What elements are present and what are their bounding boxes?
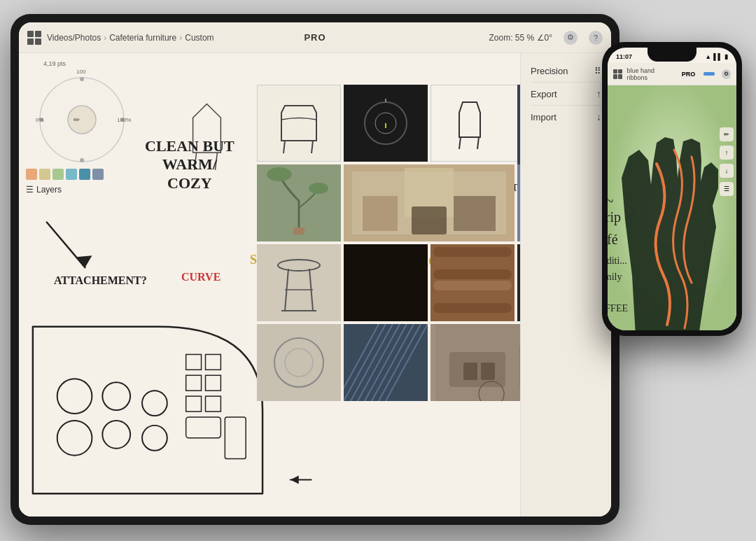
tablet-screen: Videos/Photos › Cafeteria furniture › Cu… [19, 22, 611, 517]
pro-badge: PRO [304, 32, 326, 43]
precision-label: Precision [531, 66, 568, 76]
text-clean-warm: CLEAN BUTWARM/COZY [145, 137, 234, 192]
precision-button[interactable]: Precision ⠿ [531, 60, 601, 83]
cafe-list-2: · family [608, 269, 628, 285]
tablet-device: Videos/Photos › Cafeteria furniture › Cu… [10, 14, 620, 525]
svg-marker-11 [76, 255, 92, 267]
breadcrumb-item-2[interactable]: Cafeteria furniture [109, 33, 176, 43]
phone-breadcrumb[interactable]: blue hand ribbons [626, 67, 674, 81]
cafe-list-3: · COFFEE [608, 285, 628, 316]
layers-icon: ☰ [26, 185, 34, 195]
breadcrumb-sep-2: › [179, 33, 182, 43]
help-icon[interactable]: ? [589, 31, 603, 45]
import-label: Import [531, 112, 556, 122]
mood-img-chairs-2 [430, 85, 520, 162]
signal-icon: ▌▌ [713, 53, 722, 60]
precision-icon: ⠿ [594, 66, 601, 76]
right-panel: Precision ⠿ Export ↑ Import ↓ [520, 53, 611, 517]
color-swatch-1[interactable] [26, 169, 37, 180]
svg-rect-55 [454, 196, 496, 231]
canvas-area[interactable]: 4,19 pts ✏ 100 0% 100% [19, 53, 520, 517]
phone-tool-3[interactable]: ↓ [720, 164, 734, 178]
breadcrumb-item-1[interactable]: Videos/Photos [47, 33, 101, 43]
svg-point-19 [142, 426, 167, 451]
svg-point-17 [102, 421, 130, 449]
phone-grid-icon[interactable] [613, 69, 622, 79]
phone-tool-1[interactable]: ✏ [720, 127, 734, 141]
mood-img-cafe [344, 164, 514, 241]
mood-img-chair-1 [257, 85, 341, 162]
tablet-top-bar: Videos/Photos › Cafeteria furniture › Cu… [19, 22, 611, 53]
mood-img-lines [344, 324, 428, 401]
svg-line-76 [344, 324, 379, 401]
phone-status-icons: ▲ ▌▌ ▮ [705, 53, 728, 60]
color-swatch-4[interactable] [66, 169, 77, 180]
svg-rect-51 [293, 227, 304, 234]
color-swatch-5[interactable] [79, 169, 90, 180]
scene: Videos/Photos › Cafeteria furniture › Cu… [0, 0, 756, 541]
color-swatch-2[interactable] [39, 169, 50, 180]
svg-line-36 [459, 137, 461, 149]
svg-rect-25 [206, 396, 221, 412]
color-swatch-3[interactable] [52, 169, 64, 180]
breadcrumb-item-3[interactable]: Custom [185, 33, 214, 43]
text-curve: CURVE [181, 270, 220, 283]
svg-rect-21 [206, 354, 221, 370]
phone-time: 11:07 [616, 53, 632, 60]
cafe-title: Café [608, 228, 628, 251]
grid-icon[interactable] [27, 31, 41, 45]
svg-marker-13 [290, 475, 299, 484]
svg-point-15 [57, 421, 92, 456]
svg-point-57 [278, 260, 320, 271]
svg-point-18 [142, 391, 167, 416]
svg-point-2 [80, 77, 84, 81]
svg-rect-56 [412, 206, 447, 234]
svg-rect-81 [481, 363, 495, 380]
svg-point-49 [267, 167, 292, 181]
color-palette [26, 169, 104, 180]
export-label: Export [531, 89, 557, 99]
layers-button[interactable]: ☰ Layers [26, 185, 62, 195]
svg-line-10 [47, 223, 85, 268]
zoom-label: Zoom: 55 % ∠0° [489, 33, 553, 43]
svg-line-30 [284, 141, 285, 153]
svg-rect-24 [186, 396, 202, 412]
phone-progress-bar [704, 72, 714, 76]
mood-img-lamp [344, 85, 428, 162]
svg-text:✏: ✏ [74, 115, 80, 124]
layers-label: Layers [36, 185, 62, 195]
phone-tool-4[interactable]: ☰ [720, 182, 734, 196]
color-swatch-6[interactable] [92, 169, 104, 180]
svg-point-68 [285, 349, 313, 377]
svg-rect-20 [186, 354, 202, 370]
import-button[interactable]: Import ↓ [531, 106, 601, 128]
svg-rect-26 [186, 417, 221, 438]
svg-rect-80 [463, 363, 477, 380]
mood-img-plant [257, 164, 341, 241]
svg-point-14 [57, 379, 92, 414]
gear-icon[interactable]: ⚙ [564, 31, 578, 45]
wifi-icon: ▲ [705, 53, 711, 60]
breadcrumb: Videos/Photos › Cafeteria furniture › Cu… [47, 33, 214, 43]
svg-rect-54 [363, 196, 398, 231]
top-bar-left: Videos/Photos › Cafeteria furniture › Cu… [27, 31, 304, 45]
svg-point-16 [102, 382, 130, 410]
svg-text:0%: 0% [36, 117, 44, 123]
import-icon: ↓ [596, 111, 601, 122]
svg-point-50 [309, 183, 328, 194]
mood-img-bottom-1 [257, 324, 341, 401]
phone-device: 11:07 ▲ ▌▌ ▮ blue hand ribbons PRO [602, 42, 742, 336]
export-button[interactable]: Export ↑ [531, 83, 601, 106]
moodboard [257, 85, 520, 477]
grip-text: ~~ grip [608, 193, 621, 225]
svg-text:100: 100 [76, 69, 86, 75]
svg-rect-23 [206, 375, 221, 391]
phone-gear-icon[interactable]: ⚙ [722, 69, 731, 79]
top-bar-right: Zoom: 55 % ∠0° ⚙ ? [326, 31, 603, 45]
tool-wheel[interactable]: 4,19 pts ✏ 100 0% 100% [26, 64, 138, 176]
phone-tool-2[interactable]: ↑ [720, 146, 734, 160]
svg-line-31 [312, 141, 313, 153]
phone-top-bar: blue hand ribbons PRO ⚙ [608, 63, 736, 85]
svg-point-1 [68, 106, 96, 134]
breadcrumb-sep-1: › [104, 33, 106, 43]
